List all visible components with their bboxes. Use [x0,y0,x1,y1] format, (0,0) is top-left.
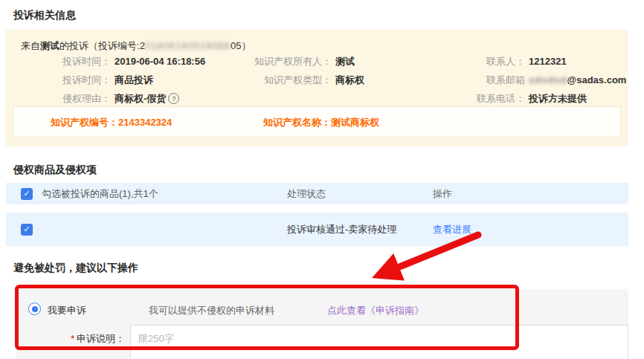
appeal-guide-link[interactable]: 点此查看《申诉指南》 [327,304,424,317]
column-header-status: 处理状态 [287,187,326,201]
section-title-advice: 避免被处罚，建议以下操作 [13,262,138,275]
appeal-radio-description: 我可以提供不侵权的申诉材料 [149,304,274,317]
select-all-checkbox[interactable]: ✓ [21,188,33,200]
field-label: 投诉时间： [20,55,111,68]
column-header-action: 操作 [433,187,452,201]
check-icon: ✓ [23,189,30,198]
row-checkbox[interactable]: ✓ [21,224,33,236]
complaint-detail-page: 投诉相关信息 来自测试的投诉（投诉编号:20180616051808605） 投… [0,0,644,359]
field-value: 测试 [335,55,355,68]
complaint-no-redacted: 01806160518086 [145,40,231,51]
required-mark: * [71,333,74,344]
field-ip-owner: 知识产权所有人： 测试 [232,52,433,71]
ip-info-strip: 知识产权编号：2143342324 知识产权名称：测试商标权 [13,106,621,138]
appeal-statement-textarea[interactable] [130,325,628,359]
appeal-radio-label: 我要申诉 [48,304,86,317]
items-table-header: ✓ 勾选被投诉的商品(1),共1个 处理状态 操作 [6,183,628,204]
field-value: 1212321 [529,56,567,67]
field-value: 商标权-假货? [115,92,179,106]
complaint-source-line: 来自测试的投诉（投诉编号:20180616051808605） [21,39,251,53]
notice-column-3: 联系人： 1212321 联系邮箱 sdsdsd@sadas.com 联系电话：… [449,52,628,108]
field-complaint-type: 投诉时间： 商品投诉 [20,71,236,89]
field-value: 商标权 [335,74,364,87]
field-label: 联系邮箱 [449,74,525,87]
help-icon[interactable]: ? [168,93,179,104]
field-label: 知识产权名称： [263,117,331,128]
appeal-statement-label: *申诉说明： [16,332,125,346]
source-mid: 的投诉（投诉编号: [59,40,140,51]
field-contact-person: 联系人： 1212321 [449,52,628,71]
field-value-text: 商标权-假货 [115,92,166,106]
field-value: 商品投诉 [115,74,153,87]
field-ip-number: 知识产权编号：2143342324 [51,116,172,129]
field-value: 测试商标权 [331,117,379,128]
appeal-radio[interactable] [28,303,41,315]
appeal-panel: 我要申诉 我可以提供不侵权的申诉材料 点此查看《申诉指南》 *申诉说明： [16,289,628,359]
table-row: ✓ 投诉审核通过-卖家待处理 查看进展 [6,213,628,246]
field-label: 知识产权所有人： [232,55,332,68]
field-ip-type: 知识产权类型： 商标权 [232,71,433,89]
field-value: sdsdsd@sadas.com [529,74,626,85]
email-redacted: sdsdsd [529,74,567,85]
source-prefix: 来自 [21,40,40,51]
field-value: 2019-06-04 16:18:56 [115,56,205,67]
appeal-statement-label-text: 申诉说明： [77,333,125,344]
field-contact-phone: 联系电话： 投诉方未提供 [449,89,628,108]
select-all-label: 勾选被投诉的商品(1),共1个 [42,187,158,201]
field-label: 投诉时间： [20,74,111,87]
check-icon: ✓ [23,224,30,234]
field-value: 2143342324 [118,117,172,128]
view-progress-link[interactable]: 查看进展 [433,223,471,236]
field-label: 知识产权类型： [232,74,332,87]
section-title-complaint-info: 投诉相关信息 [13,9,76,22]
complaint-no-end: 05） [231,40,251,51]
field-value: 投诉方未提供 [529,92,587,106]
field-complaint-time: 投诉时间： 2019-06-04 16:18:56 [20,52,236,71]
field-infringement-reason: 侵权理由： 商标权-假货? [20,89,236,108]
field-label: 知识产权编号： [51,117,118,128]
row-status: 投诉审核通过-卖家待处理 [287,223,396,236]
email-suffix: @sadas.com [567,74,627,85]
field-contact-email: 联系邮箱 sdsdsd@sadas.com [449,71,628,89]
field-label: 联系电话： [449,92,525,106]
section-title-infringing-items: 侵权商品及侵权项 [13,164,97,177]
field-ip-name: 知识产权名称：测试商标权 [263,116,379,129]
complaint-notice-box: 来自测试的投诉（投诉编号:20180616051808605） 投诉时间： 20… [5,30,628,146]
notice-column-2: 知识产权所有人： 测试 知识产权类型： 商标权 [232,52,433,89]
complaint-no-start: 2 [140,40,145,51]
notice-column-1: 投诉时间： 2019-06-04 16:18:56 投诉时间： 商品投诉 侵权理… [20,52,236,108]
field-label: 联系人： [449,55,525,68]
field-label: 侵权理由： [20,92,111,106]
source-name: 测试 [40,40,59,51]
